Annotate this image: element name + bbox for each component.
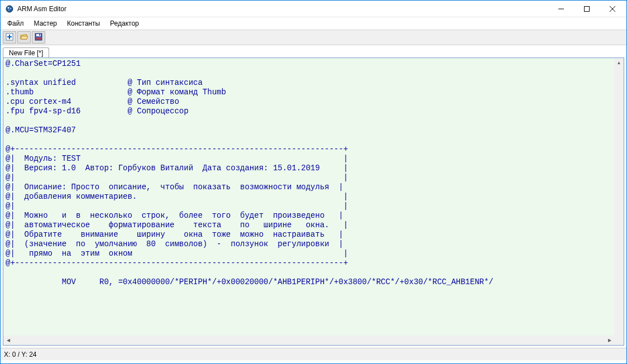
editor-area: @.CharSet=CP1251 .syntax unified @ Тип с… xyxy=(3,58,624,346)
scroll-right-button[interactable]: ▶ xyxy=(605,336,614,345)
horizontal-scrollbar[interactable]: ◀ ▶ xyxy=(3,336,614,345)
scroll-left-button[interactable]: ◀ xyxy=(3,336,13,345)
statusbar: X: 0 / Y: 24 xyxy=(1,348,626,360)
window-title: ARM Asm Editor xyxy=(17,5,66,13)
svg-rect-14 xyxy=(39,34,40,36)
horizontal-scroll-track[interactable] xyxy=(13,336,605,345)
vertical-scrollbar[interactable]: ▲ ▼ xyxy=(614,58,624,345)
svg-point-2 xyxy=(10,7,11,8)
svg-point-3 xyxy=(8,9,9,11)
plus-icon xyxy=(6,33,13,42)
svg-point-1 xyxy=(8,7,9,8)
save-file-button[interactable] xyxy=(32,31,45,44)
close-button[interactable] xyxy=(600,1,625,17)
menubar: Файл Мастер Константы Редактор xyxy=(1,17,626,30)
tabstrip: New File [*] xyxy=(1,45,626,58)
menu-editor[interactable]: Редактор xyxy=(106,18,143,28)
vertical-scroll-track[interactable] xyxy=(614,68,624,336)
svg-point-0 xyxy=(6,6,13,12)
menu-master[interactable]: Мастер xyxy=(30,18,62,28)
maximize-button[interactable] xyxy=(574,1,600,17)
menu-constants[interactable]: Константы xyxy=(63,18,104,28)
svg-rect-13 xyxy=(36,37,41,40)
code-editor[interactable]: @.CharSet=CP1251 .syntax unified @ Тип с… xyxy=(3,58,614,345)
open-file-button[interactable] xyxy=(17,31,31,44)
titlebar: ARM Asm Editor xyxy=(1,1,626,17)
folder-open-icon xyxy=(20,33,28,42)
toolbar xyxy=(1,30,626,45)
scroll-up-button[interactable]: ▲ xyxy=(614,58,624,68)
cursor-position: X: 0 / Y: 24 xyxy=(4,351,37,358)
minimize-button[interactable] xyxy=(548,1,574,17)
floppy-disk-icon xyxy=(35,33,42,42)
scrollbar-corner xyxy=(614,336,624,345)
tab-new-file[interactable]: New File [*] xyxy=(3,47,49,58)
menu-file[interactable]: Файл xyxy=(3,18,28,28)
svg-rect-5 xyxy=(585,6,590,11)
new-file-button[interactable] xyxy=(3,31,16,44)
app-icon xyxy=(5,4,14,13)
